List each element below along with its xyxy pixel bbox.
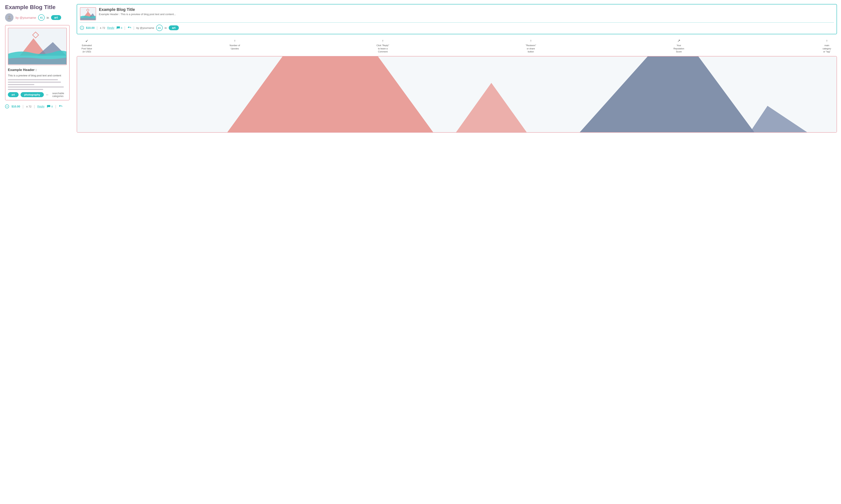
page-title: Example Blog Title bbox=[5, 4, 70, 11]
annotation-post-value: ↙ EstimatedPost Value(in USD) bbox=[79, 38, 95, 53]
reply-link-top[interactable]: Reply bbox=[107, 26, 115, 30]
reputation-badge-top: 41 bbox=[156, 24, 163, 31]
blog-thumbnail bbox=[80, 7, 96, 20]
annotation-text-1: EstimatedPost Value(in USD) bbox=[82, 44, 92, 53]
divider-top-1: | bbox=[97, 26, 98, 30]
blog-title-top: Example Blog Title bbox=[99, 7, 210, 12]
upvote-button-top[interactable]: ∧ bbox=[80, 26, 84, 30]
action-bar-left: ∧ $10.00 | ∧ 72 | Reply 8 | bbox=[5, 104, 70, 109]
text-line bbox=[8, 89, 43, 90]
svg-point-0 bbox=[8, 16, 10, 18]
post-value-top: $10.00 bbox=[86, 26, 95, 30]
text-lines bbox=[8, 79, 67, 90]
reply-link-left[interactable]: Reply bbox=[37, 105, 45, 108]
annotations-row: ↙ EstimatedPost Value(in USD) ↑ Number o… bbox=[77, 38, 210, 53]
author-name: by @yourname bbox=[16, 16, 36, 19]
searchable-label: searchablecategories bbox=[52, 92, 64, 97]
post-value-left: $10.00 bbox=[12, 105, 20, 108]
blog-subtitle: Example Header : This is a preview of bl… bbox=[99, 13, 210, 16]
author-top: by @yourname bbox=[136, 26, 154, 30]
annotation-arrow-1: ↙ bbox=[79, 38, 95, 43]
upvote-icon-top: ∧ bbox=[80, 26, 84, 30]
comment-icon-left: 8 bbox=[47, 105, 53, 108]
card-body: This is a preview of blog post text and … bbox=[8, 74, 67, 90]
svg-rect-9 bbox=[77, 56, 210, 126]
text-line bbox=[8, 87, 64, 88]
reputation-badge-left: 41 bbox=[38, 14, 45, 21]
upvote-count-top: ∧ 72 bbox=[100, 26, 105, 30]
divider-top-3: | bbox=[133, 26, 134, 30]
in-label-left: in bbox=[47, 16, 49, 19]
main-tag-left[interactable]: art bbox=[51, 15, 61, 20]
divider-top-2: | bbox=[124, 26, 125, 30]
arrow-left-icon: ← bbox=[46, 93, 49, 96]
resteem-icon-left[interactable] bbox=[58, 104, 63, 108]
text-line bbox=[8, 82, 61, 83]
post-card: Example Header : This is a preview of bl… bbox=[5, 25, 70, 101]
comment-icon-top: 8 bbox=[117, 26, 122, 30]
upvote-arrow-top: ∧ bbox=[100, 26, 102, 30]
in-label-top: in bbox=[165, 26, 167, 30]
blog-info: Example Blog Title Example Header : This… bbox=[99, 7, 210, 16]
tag-art[interactable]: art bbox=[8, 92, 19, 97]
card-header: Example Header : bbox=[8, 68, 67, 72]
resteem-icon-top[interactable] bbox=[127, 26, 132, 30]
card-tags: art photography ← searchablecategories bbox=[8, 92, 67, 97]
divider-1: | bbox=[22, 104, 23, 109]
divider-2: | bbox=[34, 104, 35, 109]
upvote-count-left: ∧ 72 bbox=[26, 105, 32, 108]
avatar bbox=[5, 13, 14, 22]
author-row: by @yourname 41 in art bbox=[5, 13, 70, 22]
large-image bbox=[77, 56, 210, 126]
upvote-icon-left: ∧ bbox=[5, 104, 9, 108]
text-line bbox=[8, 79, 58, 80]
text-line bbox=[8, 84, 34, 85]
tag-photography[interactable]: photography bbox=[21, 92, 44, 97]
upvote-arrow-left: ∧ bbox=[26, 105, 28, 108]
right-column: Example Blog Title Example Header : This… bbox=[77, 4, 210, 126]
main-tag-top[interactable]: art bbox=[169, 25, 179, 30]
left-column: Example Blog Title by @yourname 41 in ar… bbox=[5, 4, 70, 109]
card-image-small bbox=[8, 28, 67, 65]
blog-actions-row: ∧ $10.00 | ∧ 72 Reply 8 | | by @yourname… bbox=[80, 22, 210, 31]
divider-3: | bbox=[55, 104, 56, 109]
upvote-button-left[interactable]: ∧ bbox=[5, 104, 9, 108]
blog-card-header: Example Blog Title Example Header : This… bbox=[80, 7, 210, 20]
blog-card-top: Example Blog Title Example Header : This… bbox=[77, 4, 210, 34]
